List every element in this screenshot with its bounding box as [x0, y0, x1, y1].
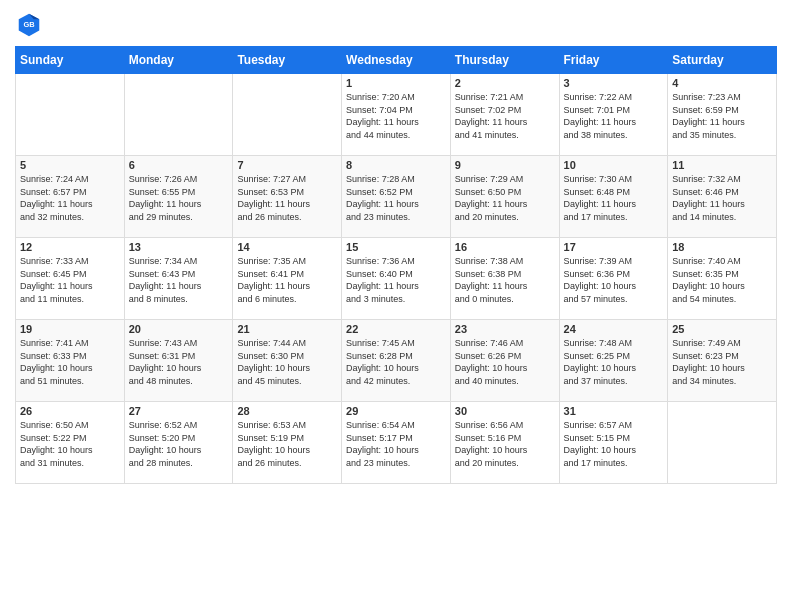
day-cell: 24Sunrise: 7:48 AM Sunset: 6:25 PM Dayli…: [559, 320, 668, 402]
day-info: Sunrise: 7:26 AM Sunset: 6:55 PM Dayligh…: [129, 173, 229, 223]
day-number: 6: [129, 159, 229, 171]
week-row-2: 12Sunrise: 7:33 AM Sunset: 6:45 PM Dayli…: [16, 238, 777, 320]
day-number: 4: [672, 77, 772, 89]
day-cell: 11Sunrise: 7:32 AM Sunset: 6:46 PM Dayli…: [668, 156, 777, 238]
week-row-4: 26Sunrise: 6:50 AM Sunset: 5:22 PM Dayli…: [16, 402, 777, 484]
day-number: 31: [564, 405, 664, 417]
day-number: 8: [346, 159, 446, 171]
day-cell: 13Sunrise: 7:34 AM Sunset: 6:43 PM Dayli…: [124, 238, 233, 320]
day-number: 14: [237, 241, 337, 253]
svg-text:GB: GB: [23, 20, 35, 29]
day-info: Sunrise: 7:41 AM Sunset: 6:33 PM Dayligh…: [20, 337, 120, 387]
day-info: Sunrise: 7:21 AM Sunset: 7:02 PM Dayligh…: [455, 91, 555, 141]
day-number: 16: [455, 241, 555, 253]
day-info: Sunrise: 7:23 AM Sunset: 6:59 PM Dayligh…: [672, 91, 772, 141]
day-info: Sunrise: 7:35 AM Sunset: 6:41 PM Dayligh…: [237, 255, 337, 305]
day-info: Sunrise: 7:22 AM Sunset: 7:01 PM Dayligh…: [564, 91, 664, 141]
logo: GB: [15, 10, 47, 38]
weekday-header-row: SundayMondayTuesdayWednesdayThursdayFrid…: [16, 47, 777, 74]
day-number: 20: [129, 323, 229, 335]
day-info: Sunrise: 6:57 AM Sunset: 5:15 PM Dayligh…: [564, 419, 664, 469]
day-cell: 5Sunrise: 7:24 AM Sunset: 6:57 PM Daylig…: [16, 156, 125, 238]
day-cell: [668, 402, 777, 484]
day-info: Sunrise: 7:20 AM Sunset: 7:04 PM Dayligh…: [346, 91, 446, 141]
day-number: 27: [129, 405, 229, 417]
day-info: Sunrise: 7:36 AM Sunset: 6:40 PM Dayligh…: [346, 255, 446, 305]
day-info: Sunrise: 6:53 AM Sunset: 5:19 PM Dayligh…: [237, 419, 337, 469]
day-cell: 23Sunrise: 7:46 AM Sunset: 6:26 PM Dayli…: [450, 320, 559, 402]
day-cell: [124, 74, 233, 156]
day-cell: 20Sunrise: 7:43 AM Sunset: 6:31 PM Dayli…: [124, 320, 233, 402]
day-cell: 16Sunrise: 7:38 AM Sunset: 6:38 PM Dayli…: [450, 238, 559, 320]
day-cell: 26Sunrise: 6:50 AM Sunset: 5:22 PM Dayli…: [16, 402, 125, 484]
day-cell: 18Sunrise: 7:40 AM Sunset: 6:35 PM Dayli…: [668, 238, 777, 320]
day-cell: 31Sunrise: 6:57 AM Sunset: 5:15 PM Dayli…: [559, 402, 668, 484]
day-cell: 4Sunrise: 7:23 AM Sunset: 6:59 PM Daylig…: [668, 74, 777, 156]
weekday-header-sunday: Sunday: [16, 47, 125, 74]
day-number: 19: [20, 323, 120, 335]
day-number: 5: [20, 159, 120, 171]
day-info: Sunrise: 6:52 AM Sunset: 5:20 PM Dayligh…: [129, 419, 229, 469]
day-cell: 9Sunrise: 7:29 AM Sunset: 6:50 PM Daylig…: [450, 156, 559, 238]
day-number: 3: [564, 77, 664, 89]
day-info: Sunrise: 7:33 AM Sunset: 6:45 PM Dayligh…: [20, 255, 120, 305]
day-cell: 14Sunrise: 7:35 AM Sunset: 6:41 PM Dayli…: [233, 238, 342, 320]
day-info: Sunrise: 7:40 AM Sunset: 6:35 PM Dayligh…: [672, 255, 772, 305]
day-cell: 8Sunrise: 7:28 AM Sunset: 6:52 PM Daylig…: [342, 156, 451, 238]
day-info: Sunrise: 7:43 AM Sunset: 6:31 PM Dayligh…: [129, 337, 229, 387]
day-info: Sunrise: 7:48 AM Sunset: 6:25 PM Dayligh…: [564, 337, 664, 387]
weekday-header-wednesday: Wednesday: [342, 47, 451, 74]
day-number: 18: [672, 241, 772, 253]
day-cell: [16, 74, 125, 156]
day-cell: 30Sunrise: 6:56 AM Sunset: 5:16 PM Dayli…: [450, 402, 559, 484]
day-info: Sunrise: 6:54 AM Sunset: 5:17 PM Dayligh…: [346, 419, 446, 469]
day-number: 26: [20, 405, 120, 417]
day-cell: 17Sunrise: 7:39 AM Sunset: 6:36 PM Dayli…: [559, 238, 668, 320]
day-cell: 27Sunrise: 6:52 AM Sunset: 5:20 PM Dayli…: [124, 402, 233, 484]
day-cell: [233, 74, 342, 156]
day-number: 12: [20, 241, 120, 253]
day-info: Sunrise: 7:34 AM Sunset: 6:43 PM Dayligh…: [129, 255, 229, 305]
day-info: Sunrise: 6:56 AM Sunset: 5:16 PM Dayligh…: [455, 419, 555, 469]
weekday-header-tuesday: Tuesday: [233, 47, 342, 74]
day-number: 15: [346, 241, 446, 253]
day-number: 17: [564, 241, 664, 253]
day-cell: 21Sunrise: 7:44 AM Sunset: 6:30 PM Dayli…: [233, 320, 342, 402]
day-info: Sunrise: 7:46 AM Sunset: 6:26 PM Dayligh…: [455, 337, 555, 387]
day-cell: 10Sunrise: 7:30 AM Sunset: 6:48 PM Dayli…: [559, 156, 668, 238]
day-info: Sunrise: 7:49 AM Sunset: 6:23 PM Dayligh…: [672, 337, 772, 387]
day-number: 7: [237, 159, 337, 171]
day-number: 24: [564, 323, 664, 335]
day-cell: 22Sunrise: 7:45 AM Sunset: 6:28 PM Dayli…: [342, 320, 451, 402]
day-number: 30: [455, 405, 555, 417]
weekday-header-thursday: Thursday: [450, 47, 559, 74]
day-info: Sunrise: 7:38 AM Sunset: 6:38 PM Dayligh…: [455, 255, 555, 305]
week-row-0: 1Sunrise: 7:20 AM Sunset: 7:04 PM Daylig…: [16, 74, 777, 156]
logo-icon: GB: [15, 10, 43, 38]
weekday-header-friday: Friday: [559, 47, 668, 74]
day-cell: 3Sunrise: 7:22 AM Sunset: 7:01 PM Daylig…: [559, 74, 668, 156]
day-cell: 25Sunrise: 7:49 AM Sunset: 6:23 PM Dayli…: [668, 320, 777, 402]
week-row-1: 5Sunrise: 7:24 AM Sunset: 6:57 PM Daylig…: [16, 156, 777, 238]
day-number: 23: [455, 323, 555, 335]
day-info: Sunrise: 7:32 AM Sunset: 6:46 PM Dayligh…: [672, 173, 772, 223]
day-number: 11: [672, 159, 772, 171]
day-number: 22: [346, 323, 446, 335]
day-cell: 29Sunrise: 6:54 AM Sunset: 5:17 PM Dayli…: [342, 402, 451, 484]
day-number: 9: [455, 159, 555, 171]
weekday-header-saturday: Saturday: [668, 47, 777, 74]
day-cell: 19Sunrise: 7:41 AM Sunset: 6:33 PM Dayli…: [16, 320, 125, 402]
day-number: 21: [237, 323, 337, 335]
day-info: Sunrise: 7:29 AM Sunset: 6:50 PM Dayligh…: [455, 173, 555, 223]
day-info: Sunrise: 7:24 AM Sunset: 6:57 PM Dayligh…: [20, 173, 120, 223]
calendar: SundayMondayTuesdayWednesdayThursdayFrid…: [15, 46, 777, 484]
day-cell: 28Sunrise: 6:53 AM Sunset: 5:19 PM Dayli…: [233, 402, 342, 484]
day-cell: 2Sunrise: 7:21 AM Sunset: 7:02 PM Daylig…: [450, 74, 559, 156]
day-number: 10: [564, 159, 664, 171]
day-number: 1: [346, 77, 446, 89]
day-info: Sunrise: 7:45 AM Sunset: 6:28 PM Dayligh…: [346, 337, 446, 387]
day-info: Sunrise: 6:50 AM Sunset: 5:22 PM Dayligh…: [20, 419, 120, 469]
weekday-header-monday: Monday: [124, 47, 233, 74]
day-info: Sunrise: 7:27 AM Sunset: 6:53 PM Dayligh…: [237, 173, 337, 223]
day-number: 13: [129, 241, 229, 253]
